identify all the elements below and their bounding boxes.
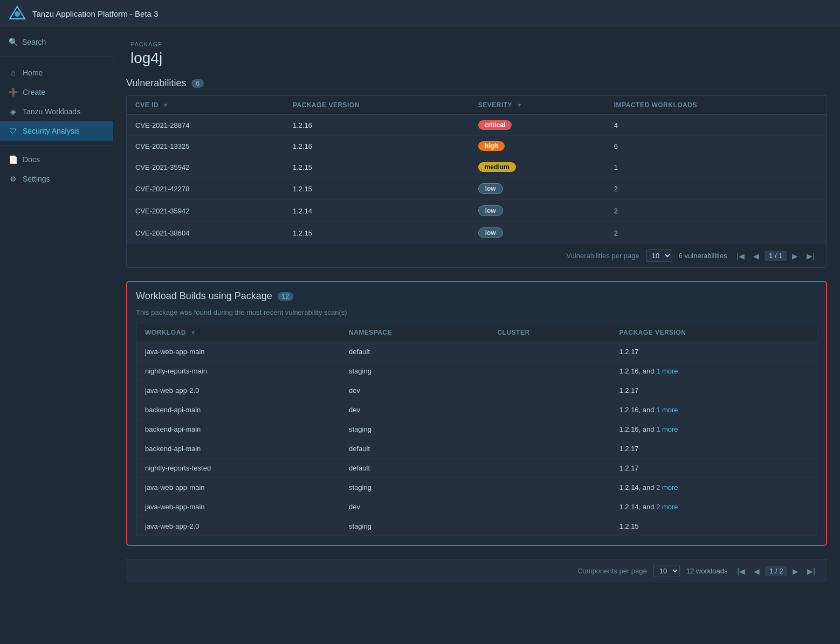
shield-icon: 🛡 xyxy=(9,127,17,135)
wb-namespace: staging xyxy=(340,362,488,381)
vuln-first-page-btn[interactable]: |◀ xyxy=(733,251,748,261)
workload-row: java-web-app-main staging 1.2.14, and 2 … xyxy=(136,478,817,497)
settings-icon: ⚙ xyxy=(9,175,17,183)
vuln-cve-id[interactable]: CVE-2021-35942 xyxy=(127,200,284,222)
sidebar-item-settings-label: Settings xyxy=(23,175,50,183)
vuln-prev-page-btn[interactable]: ◀ xyxy=(750,251,762,261)
wb-workload-name[interactable]: java-web-app-main xyxy=(136,497,340,517)
cve-filter-icon[interactable]: ▼ xyxy=(163,102,169,108)
vuln-impacted: 4 xyxy=(605,115,827,136)
sidebar-item-docs[interactable]: 📄 Docs xyxy=(0,150,113,169)
sidebar-item-home[interactable]: ⌂ Home xyxy=(0,63,113,82)
vulnerability-row: CVE-2021-28874 1.2.16 critical 4 xyxy=(127,115,827,136)
wb-cluster xyxy=(488,362,610,381)
vuln-current-page: 1 / 1 xyxy=(765,251,787,261)
vuln-severity: critical xyxy=(470,115,605,136)
workload-builds-header: Workload Builds using Package 12 xyxy=(136,290,817,302)
wb-workload-name[interactable]: java-web-app-main xyxy=(136,342,340,362)
wb-workload-name[interactable]: backend-api-main xyxy=(136,420,340,439)
version-more-link[interactable]: 1 more xyxy=(656,367,678,375)
workload-row: java-web-app-main dev 1.2.14, and 2 more xyxy=(136,497,817,517)
version-more-link[interactable]: 1 more xyxy=(656,425,678,433)
search-label: Search xyxy=(22,38,46,46)
wb-prev-page-btn[interactable]: ◀ xyxy=(751,566,763,577)
wb-cluster xyxy=(488,517,610,536)
vuln-cve-id[interactable]: CVE-2021-42278 xyxy=(127,178,284,200)
col-namespace-label: Namespace xyxy=(349,329,392,336)
wb-first-page-btn[interactable]: |◀ xyxy=(734,566,748,577)
sidebar-item-tanzu-workloads-label: Tanzu Workloads xyxy=(23,107,80,116)
vuln-impacted: 2 xyxy=(605,222,827,244)
wb-workload-name[interactable]: backend-api-main xyxy=(136,439,340,459)
page-label: PACKAGE xyxy=(130,41,823,47)
col-severity-label: Severity xyxy=(478,101,512,109)
topbar: Tanzu Application Platform - Beta 3 xyxy=(0,0,840,28)
wb-workload-name[interactable]: java-web-app-2.0 xyxy=(136,381,340,400)
sidebar-item-create[interactable]: ➕ Create xyxy=(0,82,113,102)
wb-version: 1.2.17 xyxy=(610,381,817,400)
vuln-severity: low xyxy=(470,200,605,222)
workload-row: backend-api-main dev 1.2.16, and 1 more xyxy=(136,400,817,420)
page-header: PACKAGE log4j xyxy=(113,28,840,78)
workload-row: nightly-reports-main staging 1.2.16, and… xyxy=(136,362,817,381)
search-icon: 🔍 xyxy=(9,38,18,46)
workload-builds-table: Workload ▼ Namespace Cluster Package Ver… xyxy=(136,323,817,536)
sidebar-nav: ⌂ Home ➕ Create ◈ Tanzu Workloads 🛡 Secu… xyxy=(0,57,113,644)
version-more-link[interactable]: 1 more xyxy=(656,406,678,414)
vuln-cve-id[interactable]: CVE-2021-38604 xyxy=(127,222,284,244)
version-more-link[interactable]: 2 more xyxy=(656,483,678,491)
workload-row: backend-api-main default 1.2.17 xyxy=(136,439,817,459)
version-more-link[interactable]: 2 more xyxy=(656,503,678,511)
sidebar-item-tanzu-workloads[interactable]: ◈ Tanzu Workloads xyxy=(0,102,113,121)
wb-cluster xyxy=(488,400,610,420)
vulnerabilities-table-container: CVE ID ▼ Package Version Severity ▼ xyxy=(126,95,827,268)
col-header-namespace: Namespace xyxy=(340,323,488,342)
vulnerability-row: CVE-2021-35942 1.2.15 medium 1 xyxy=(127,157,827,178)
vuln-impacted: 6 xyxy=(605,136,827,157)
svg-point-1 xyxy=(15,11,20,17)
vuln-severity: medium xyxy=(470,157,605,178)
severity-filter-icon[interactable]: ▼ xyxy=(517,102,522,108)
wb-workload-name[interactable]: nightly-reports-main xyxy=(136,362,340,381)
wb-next-page-btn[interactable]: ▶ xyxy=(789,566,802,577)
vuln-cve-id[interactable]: CVE-2021-13325 xyxy=(127,136,284,157)
wb-namespace: staging xyxy=(340,517,488,536)
vuln-pkg-version: 1.2.16 xyxy=(284,136,470,157)
workload-filter-icon[interactable]: ▼ xyxy=(190,329,196,336)
vuln-total-info: 6 vulnerabilities xyxy=(679,252,727,260)
vuln-next-page-btn[interactable]: ▶ xyxy=(789,251,801,261)
vuln-last-page-btn[interactable]: ▶| xyxy=(803,251,818,261)
sidebar-item-security-analysis-label: Security Analysis xyxy=(23,127,80,135)
sidebar-divider xyxy=(0,145,113,146)
wb-workload-name[interactable]: java-web-app-2.0 xyxy=(136,517,340,536)
vuln-cve-id[interactable]: CVE-2021-28874 xyxy=(127,115,284,136)
vuln-per-page-select[interactable]: 10 25 50 xyxy=(646,250,672,262)
wb-namespace: default xyxy=(340,459,488,478)
col-header-workload: Workload ▼ xyxy=(136,323,340,342)
workload-row: java-web-app-2.0 staging 1.2.15 xyxy=(136,517,817,536)
vuln-pkg-version: 1.2.14 xyxy=(284,200,470,222)
sidebar-item-settings[interactable]: ⚙ Settings xyxy=(0,169,113,189)
wb-workload-name[interactable]: java-web-app-main xyxy=(136,478,340,497)
sidebar-item-security-analysis[interactable]: 🛡 Security Analysis xyxy=(0,121,113,141)
workload-builds-badge: 12 xyxy=(278,292,293,301)
create-icon: ➕ xyxy=(9,88,17,96)
wb-workload-name[interactable]: backend-api-main xyxy=(136,400,340,420)
col-header-cluster: Cluster xyxy=(488,323,610,342)
workload-row: java-web-app-main default 1.2.17 xyxy=(136,342,817,362)
vulnerabilities-badge: 6 xyxy=(191,79,204,88)
vuln-severity: high xyxy=(470,136,605,157)
search-button[interactable]: 🔍 Search xyxy=(0,28,113,57)
main-content: PACKAGE log4j Vulnerabilities 6 CVE ID ▼ xyxy=(113,28,840,644)
vuln-cve-id[interactable]: CVE-2021-35942 xyxy=(127,157,284,178)
vuln-pkg-version: 1.2.15 xyxy=(284,222,470,244)
wb-cluster xyxy=(488,420,610,439)
wb-version: 1.2.16, and 1 more xyxy=(610,400,817,420)
wb-version: 1.2.14, and 2 more xyxy=(610,497,817,517)
vulnerabilities-table-header-row: CVE ID ▼ Package Version Severity ▼ xyxy=(127,96,827,115)
wb-last-page-btn[interactable]: ▶| xyxy=(804,566,818,577)
app-title: Tanzu Application Platform - Beta 3 xyxy=(32,9,158,18)
wb-workload-name[interactable]: nightly-reports-tested xyxy=(136,459,340,478)
wb-per-page-label: Components per page xyxy=(577,567,647,575)
wb-per-page-select[interactable]: 10 25 50 xyxy=(653,565,680,577)
